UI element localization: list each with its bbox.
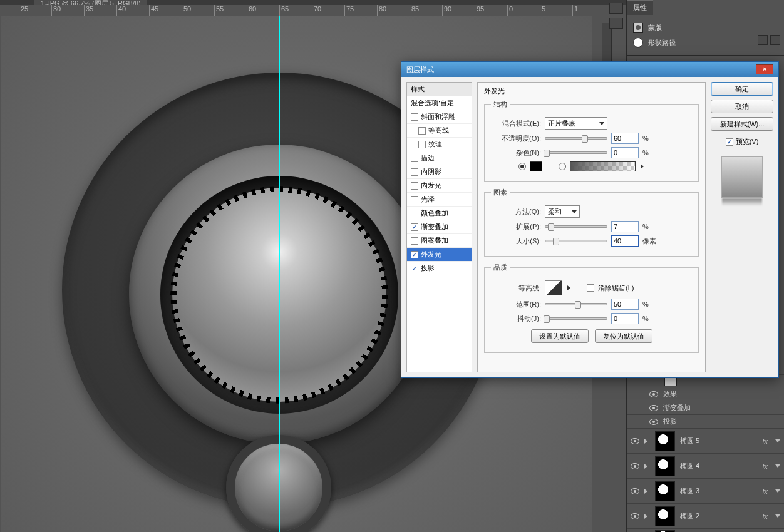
expand-icon[interactable] xyxy=(644,489,647,494)
effect-item[interactable]: 渐变叠加 xyxy=(627,401,784,414)
opacity-slider[interactable] xyxy=(545,137,607,140)
dock-icon-2[interactable] xyxy=(609,18,623,29)
size-slider[interactable] xyxy=(545,240,607,242)
layer-name[interactable]: 椭圆 2 xyxy=(680,511,699,521)
gradient-radio[interactable] xyxy=(559,163,566,170)
style-row-内阴影[interactable]: 内阴影 xyxy=(407,165,472,179)
layer-row[interactable]: 椭圆 ... fx xyxy=(627,528,784,532)
visibility-icon[interactable] xyxy=(631,462,639,471)
expand-icon[interactable] xyxy=(644,439,647,444)
chevron-down-icon[interactable] xyxy=(775,439,780,442)
style-checkbox[interactable] xyxy=(411,251,418,258)
layer-thumbnail[interactable] xyxy=(655,456,675,476)
visibility-icon[interactable] xyxy=(649,404,658,412)
visibility-icon[interactable] xyxy=(631,512,639,521)
guide-vertical[interactable] xyxy=(279,16,280,532)
spread-input[interactable]: 7 xyxy=(611,221,639,232)
style-checkbox[interactable] xyxy=(411,265,418,272)
close-button[interactable]: ✕ xyxy=(756,64,773,74)
style-row-颜色叠加[interactable]: 颜色叠加 xyxy=(407,207,472,220)
style-checkbox[interactable] xyxy=(418,141,426,148)
jitter-slider[interactable] xyxy=(545,317,607,320)
mask-mode-icon[interactable] xyxy=(770,35,780,45)
style-row-图案叠加[interactable]: 图案叠加 xyxy=(407,234,472,248)
shape-path-icon[interactable] xyxy=(633,38,643,48)
layer-row[interactable]: 椭圆 5 fx xyxy=(627,428,784,453)
layer-row[interactable]: 椭圆 2 fx xyxy=(627,503,784,528)
visibility-icon[interactable] xyxy=(649,390,658,399)
effects-header[interactable]: 效果 xyxy=(627,387,784,401)
color-swatch[interactable] xyxy=(530,161,542,171)
style-row-外发光[interactable]: 外发光 xyxy=(407,248,472,262)
select-path-icon[interactable] xyxy=(758,35,768,45)
fx-badge[interactable]: fx xyxy=(762,488,768,495)
style-checkbox[interactable] xyxy=(411,155,418,162)
blend-options-row[interactable]: 混合选项:自定 xyxy=(407,96,472,110)
contour-picker[interactable] xyxy=(545,280,562,295)
style-checkbox[interactable] xyxy=(411,210,418,217)
effect-item[interactable]: 投影 xyxy=(627,414,784,428)
style-checkbox[interactable] xyxy=(411,182,418,190)
noise-input[interactable]: 0 xyxy=(611,147,639,158)
gradient-picker[interactable] xyxy=(570,161,636,171)
contour-dropdown-icon[interactable] xyxy=(567,285,570,290)
range-slider[interactable] xyxy=(545,303,607,305)
layer-name[interactable]: 椭圆 3 xyxy=(680,486,699,496)
style-checkbox[interactable] xyxy=(411,113,418,121)
dialog-titlebar[interactable]: 图层样式 ✕ xyxy=(401,62,778,77)
cancel-button[interactable]: 取消 xyxy=(711,100,773,113)
expand-icon[interactable] xyxy=(644,514,647,519)
layer-thumbnail[interactable] xyxy=(655,481,675,501)
new-style-button[interactable]: 新建样式(W)... xyxy=(711,117,773,131)
fx-badge[interactable]: fx xyxy=(762,463,768,470)
chevron-down-icon[interactable] xyxy=(775,464,780,468)
color-radio[interactable] xyxy=(518,163,526,170)
visibility-icon[interactable] xyxy=(631,437,639,446)
antialias-checkbox[interactable] xyxy=(587,284,594,292)
document-tab[interactable]: 1.JPG @ 66.7% (图层 5, RGB/8) xyxy=(34,0,147,5)
ok-button[interactable]: 确定 xyxy=(711,82,773,96)
dock-icon-1[interactable] xyxy=(609,3,623,14)
style-row-光泽[interactable]: 光泽 xyxy=(407,193,472,207)
properties-panel-title[interactable]: 属性 xyxy=(627,0,653,15)
layer-name[interactable]: 椭圆 5 xyxy=(680,436,699,446)
chevron-down-icon[interactable] xyxy=(775,514,780,518)
style-row-描边[interactable]: 描边 xyxy=(407,151,472,165)
spread-slider[interactable] xyxy=(545,225,607,228)
fx-badge[interactable]: fx xyxy=(762,513,768,520)
style-row-投影[interactable]: 投影 xyxy=(407,262,472,275)
visibility-icon[interactable] xyxy=(649,417,658,426)
style-checkbox[interactable] xyxy=(411,196,418,203)
blend-mode-select[interactable]: 正片叠底 xyxy=(545,117,607,130)
mask-icon[interactable] xyxy=(633,23,643,33)
size-input[interactable]: 40 xyxy=(611,235,639,247)
style-checkbox[interactable] xyxy=(418,127,426,135)
style-row-渐变叠加[interactable]: 渐变叠加 xyxy=(407,220,472,234)
layer-thumbnail[interactable] xyxy=(655,431,675,451)
layer-row[interactable]: 椭圆 3 fx xyxy=(627,478,784,503)
noise-slider[interactable] xyxy=(545,151,607,154)
layer-thumbnail[interactable] xyxy=(655,530,675,533)
opacity-input[interactable]: 60 xyxy=(611,133,639,144)
layer-row[interactable]: 椭圆 4 fx xyxy=(627,453,784,478)
fx-badge[interactable]: fx xyxy=(762,437,768,445)
make-default-button[interactable]: 设置为默认值 xyxy=(531,329,589,343)
style-row-纹理[interactable]: 纹理 xyxy=(407,138,472,151)
visibility-icon[interactable] xyxy=(631,487,639,496)
style-checkbox[interactable] xyxy=(411,168,418,176)
expand-icon[interactable] xyxy=(644,464,647,469)
style-checkbox[interactable] xyxy=(411,223,418,231)
preview-checkbox[interactable] xyxy=(726,138,733,146)
style-checkbox[interactable] xyxy=(411,237,418,245)
layer-thumbnail[interactable] xyxy=(655,506,675,526)
style-row-等高线[interactable]: 等高线 xyxy=(407,124,472,138)
chevron-down-icon[interactable] xyxy=(775,489,780,493)
gradient-dropdown-icon[interactable] xyxy=(641,164,644,169)
range-input[interactable]: 50 xyxy=(611,299,639,310)
style-row-内发光[interactable]: 内发光 xyxy=(407,179,472,193)
reset-default-button[interactable]: 复位为默认值 xyxy=(595,329,652,343)
technique-select[interactable]: 柔和 xyxy=(545,205,580,218)
jitter-input[interactable]: 0 xyxy=(611,313,639,324)
layer-name[interactable]: 椭圆 4 xyxy=(680,461,699,471)
style-row-斜面和浮雕[interactable]: 斜面和浮雕 xyxy=(407,110,472,124)
